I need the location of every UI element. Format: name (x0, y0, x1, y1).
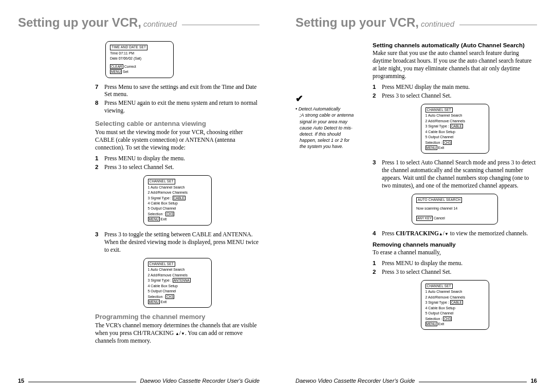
footer-rule (419, 382, 526, 382)
step-3: 3 Press 1 to select Auto Channel Search … (373, 159, 537, 190)
osd-channel-set-antenna: CHANNEL SET 1 Auto Channel Search 2 Add/… (143, 258, 212, 308)
osd-value: ANTENNA (173, 278, 191, 283)
step-3: 3 Press 3 to toggle the setting between … (95, 231, 260, 254)
footer-title: Daewoo Video Cassette Recorder User's Gu… (295, 378, 415, 384)
osd-value: CH3 (165, 212, 174, 216)
section-heading: Programming the channel memory (95, 313, 260, 321)
osd-label: 3 Signal Type : (425, 124, 450, 128)
footer-right: Daewoo Video Cassette Recorder User's Gu… (295, 378, 537, 384)
osd-btn: MENU (110, 69, 122, 74)
step-2: 2 Press 3 to select Channel Set. (373, 92, 537, 100)
step-7: 7 Press Menu to save the settings and ex… (95, 83, 260, 99)
osd-time-date: TIME AND DATE SET Time 07:11 PM Date 07/… (105, 41, 174, 78)
osd-label: Selection : (148, 212, 166, 216)
osd-label: Set (122, 70, 128, 73)
osd-value: CABLE (173, 196, 186, 200)
osd-row: 2 Add/Remove Channels (148, 273, 207, 277)
page-title-right: Setting up your VCR, continued (295, 15, 537, 30)
osd-row: 3 Signal Type : ANTENNA (148, 278, 207, 283)
osd-row: Selection : CH3 (425, 140, 485, 145)
title-main: Setting up your VCR, (295, 15, 419, 30)
osd-btn: MENU (425, 322, 437, 326)
step-text: Press MENU to display the menu. (104, 155, 260, 162)
check-icon: ✔ (295, 92, 357, 105)
step-1b: 1 Press MENU to display the menu. (373, 259, 537, 267)
osd-row: MENU Set (110, 69, 169, 74)
osd-label: Selection : (425, 141, 443, 144)
osd-row: 3 Signal Type : CABLE (148, 196, 207, 200)
note-head-text: Detect Automatically (299, 106, 341, 111)
step-2: 2 Press 3 to select Channel Set. (95, 163, 260, 171)
step-number: 1 (373, 259, 382, 267)
osd-label: Correct (123, 65, 136, 68)
step-text: Press Menu to save the settings and exit… (104, 83, 260, 99)
step-text: Press MENU again to exit the menu system… (104, 99, 260, 115)
osd-label: 3 Signal Type : (148, 278, 173, 282)
step-number: 2 (95, 163, 104, 171)
section-body: Make sure that you use the auto channel … (373, 49, 537, 80)
footer-title: Daewoo Video Cassette Recorder User's Gu… (140, 378, 260, 384)
step-number: 3 (373, 159, 382, 190)
osd-label: Exit (437, 146, 445, 150)
section-body: You must set the viewing mode for your V… (95, 128, 260, 152)
osd-row: 1 Auto Channel Search (425, 113, 485, 118)
step-number: 3 (95, 231, 104, 254)
osd-label: Exit (437, 322, 445, 326)
osd-row: Selection : CH3 (425, 316, 485, 321)
title-rule (459, 25, 537, 25)
osd-row: Selection : CH3 (148, 212, 207, 216)
step-number: 4 (373, 230, 382, 237)
step-1: 1 Press MENU to display the menu. (95, 155, 260, 162)
right-content: Setting channels automatically (Auto Cha… (295, 37, 537, 335)
osd-row: CLEAR Correct (110, 64, 169, 69)
osd-row: ANY KEY Cancel (416, 216, 493, 220)
triangle-down-icon (445, 230, 449, 236)
step-number: 2 (373, 268, 382, 276)
page-number: 15 (18, 378, 24, 384)
step-text: Press MENU display the main menu. (382, 83, 537, 91)
step-text: Press 3 to select Channel Set. (382, 268, 537, 276)
osd-row: MENU Exit (425, 145, 485, 150)
step-8: 8 Press MENU again to exit the menu syst… (95, 99, 260, 115)
section-heading: Setting channels automatically (Auto Cha… (373, 42, 537, 48)
osd-row: 2 Add/Remove Channels (425, 119, 485, 123)
osd-row: 4 Cable Box Setup (148, 284, 207, 288)
page-spread: Setting up your VCR, continued TIME AND … (0, 0, 555, 392)
osd-label: Selection : (148, 295, 166, 298)
osd-label: Cancel (433, 216, 445, 220)
osd-channel-set: CHANNEL SET 1 Auto Channel Search 2 Add/… (421, 104, 489, 154)
osd-label: 3 Signal Type : (148, 196, 173, 200)
osd-row: Time 07:11 PM (110, 51, 169, 55)
step-4: 4 Press CH/TRACKING/ to view the memoriz… (373, 230, 537, 237)
osd-btn: MENU (148, 217, 160, 221)
step-bold: CH/TRACKING (396, 230, 439, 236)
step-number: 1 (95, 155, 104, 162)
title-continued: continued (421, 20, 454, 28)
osd-row: 4 Cable Box Setup (425, 306, 485, 310)
osd-row: MENU Exit (148, 217, 207, 221)
page-number: 16 (531, 378, 537, 384)
osd-row: 2 Add/Remove Channels (425, 295, 485, 300)
right-page: Setting up your VCR, continued ✔ • Detec… (278, 0, 555, 392)
osd-btn: ANY KEY (416, 216, 433, 220)
footer-rule (28, 382, 136, 382)
osd-label: Selection : (425, 317, 443, 321)
triangle-up-icon (439, 230, 443, 236)
section-heading: Removing channels manually (373, 241, 537, 248)
osd-channel-set-2: CHANNEL SET 1 Auto Channel Search 2 Add/… (421, 280, 489, 330)
osd-label: Exit (160, 300, 167, 304)
osd-channel-set-cable: CHANNEL SET 1 Auto Channel Search 2 Add/… (143, 175, 212, 226)
osd-title: CHANNEL SET (148, 262, 175, 267)
step-1: 1 Press MENU display the main menu. (373, 83, 537, 91)
osd-row: 5 Output Channel (148, 289, 207, 293)
step-text: Press 3 to select Channel Set. (104, 163, 260, 171)
osd-value: CH3 (443, 140, 452, 145)
osd-title: AUTO CHANNEL SEARCH (416, 197, 462, 203)
step-text: Press 1 to select Auto Channel Search mo… (382, 159, 537, 190)
osd-btn: MENU (148, 300, 160, 304)
osd-label: 3 Signal Type : (425, 301, 450, 304)
osd-auto-channel-search: AUTO CHANNEL SEARCH Now scanning channel… (412, 194, 498, 225)
osd-row: 1 Auto Channel Search (425, 289, 485, 294)
left-content: TIME AND DATE SET Time 07:11 PM Date 07/… (18, 37, 260, 348)
osd-row: 5 Output Channel (425, 135, 485, 139)
